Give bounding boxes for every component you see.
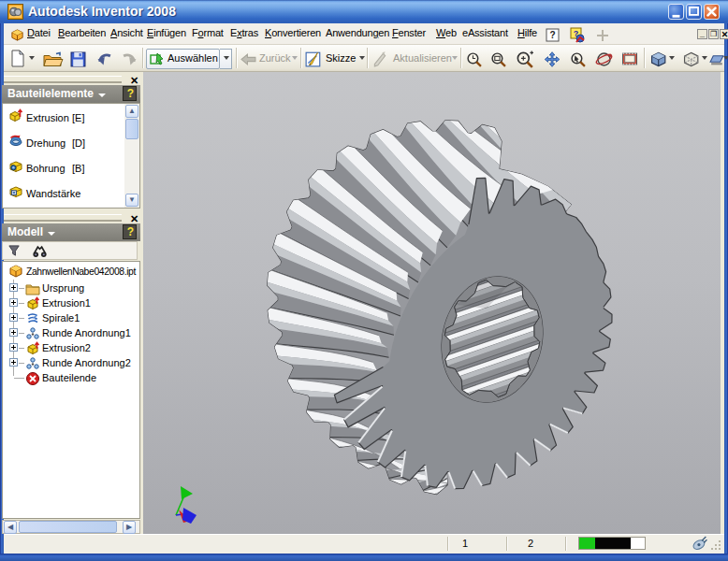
svg-text:?: ? xyxy=(549,30,555,40)
